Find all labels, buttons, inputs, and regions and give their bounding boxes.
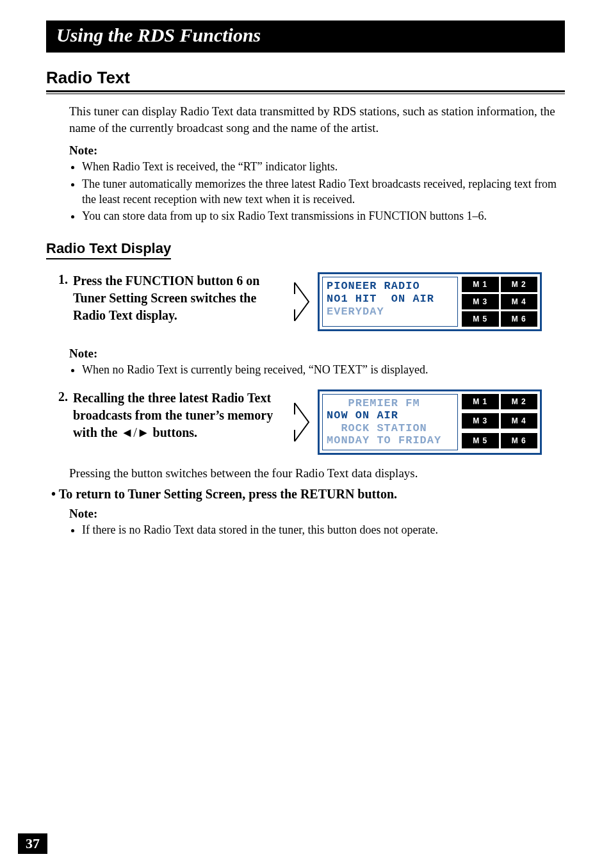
note-label: Note:: [69, 347, 565, 361]
step-text: Press the FUNCTION button 6 on Tuner Set…: [73, 272, 292, 324]
m-cell: M 2: [501, 394, 538, 409]
m-cell: M 1: [462, 394, 499, 409]
note-item: When no Radio Text is currently being re…: [82, 362, 565, 377]
note-list: When no Radio Text is currently being re…: [69, 362, 565, 377]
m-cell: M 5: [462, 311, 499, 327]
m-cell: M 2: [501, 277, 538, 292]
panel-main-text: PREMIER FM NOW ON AIR ROCK STATION MONDA…: [322, 394, 458, 450]
section-title: Radio Text: [46, 68, 565, 88]
note-list: If there is no Radio Text data stored in…: [69, 522, 565, 537]
m-cell: M 5: [462, 433, 499, 448]
note-label: Note:: [69, 507, 565, 521]
display-panel-2: PREMIER FM NOW ON AIR ROCK STATION MONDA…: [318, 389, 542, 455]
note-list: When Radio Text is received, the “RT” in…: [69, 159, 565, 224]
display-panel-1: PIONEER RADIO NO1 HIT ON AIR EVERYDAY M …: [318, 272, 542, 331]
m-cell: M 1: [462, 277, 499, 292]
section-intro: This tuner can display Radio Text data t…: [69, 103, 565, 136]
step-graphic: PREMIER FM NOW ON AIR ROCK STATION MONDA…: [292, 389, 565, 455]
divider-thick: [46, 90, 565, 92]
cursor-arrow-icon: [292, 402, 311, 443]
return-instruction: To return to Tuner Setting Screen, press…: [51, 487, 565, 502]
chapter-banner: Using the RDS Functions: [46, 20, 565, 53]
step-number: 1.: [46, 272, 73, 287]
step-graphic: PIONEER RADIO NO1 HIT ON AIR EVERYDAY M …: [292, 272, 565, 331]
note-label: Note:: [69, 143, 565, 158]
note-item: The tuner automatically memorizes the th…: [82, 176, 565, 208]
m-cell: M 6: [501, 311, 538, 327]
m-cell: M 4: [501, 413, 538, 429]
step-number: 2.: [46, 389, 73, 404]
panel-m-grid: M 1 M 2 M 3 M 4 M 5 M 6: [462, 277, 537, 327]
note-item: When Radio Text is received, the “RT” in…: [82, 159, 565, 174]
divider-thin: [46, 94, 565, 94]
page-number: 37: [18, 833, 47, 854]
step-row-2: 2. Recalling the three latest Radio Text…: [46, 389, 565, 455]
step-row-1: 1. Press the FUNCTION button 6 on Tuner …: [46, 272, 565, 331]
note-item: You can store data from up to six Radio …: [82, 208, 565, 224]
cursor-arrow-icon: [292, 281, 311, 322]
subsection-title: Radio Text Display: [46, 240, 171, 259]
note-item: If there is no Radio Text data stored in…: [82, 522, 565, 537]
panel-main-text: PIONEER RADIO NO1 HIT ON AIR EVERYDAY: [322, 277, 458, 327]
panel-m-grid: M 1 M 2 M 3 M 4 M 5 M 6: [462, 394, 537, 450]
after-step2-text: Pressing the button switches between the…: [69, 466, 565, 480]
m-cell: M 6: [501, 433, 538, 448]
m-cell: M 4: [501, 294, 538, 309]
m-cell: M 3: [462, 294, 499, 309]
left-right-arrows-icon: ◄/►: [120, 425, 149, 439]
m-cell: M 3: [462, 413, 499, 429]
step-text: Recalling the three latest Radio Text br…: [73, 389, 292, 441]
